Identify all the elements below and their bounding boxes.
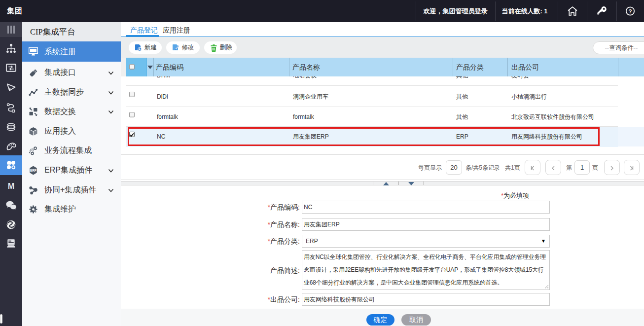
svg-text:?: ? <box>628 8 632 14</box>
svg-text:ERP: ERP <box>30 169 36 172</box>
svg-text:M: M <box>8 181 15 190</box>
